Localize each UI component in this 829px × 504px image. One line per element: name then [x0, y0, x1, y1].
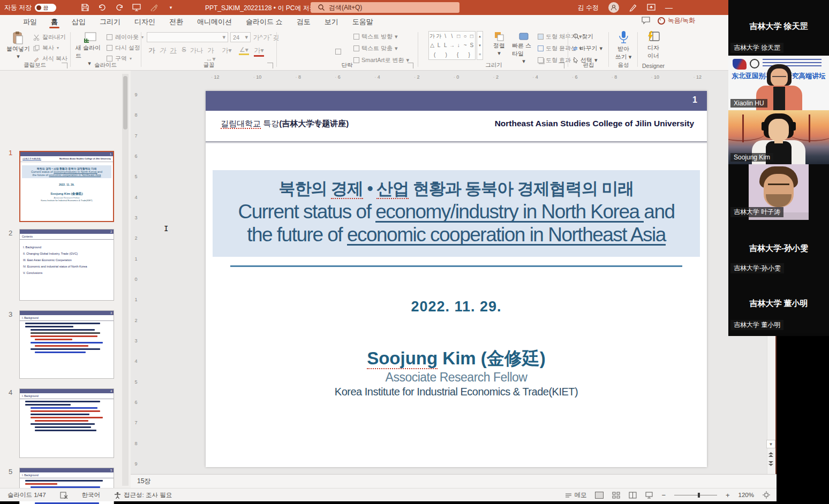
tab-review[interactable]: 검토	[290, 15, 318, 29]
document-title[interactable]: PPT_SJKIM_20221128 • 이 PC에 저장됨 ▾	[205, 4, 327, 13]
italic-button[interactable]: 가	[157, 46, 168, 55]
participant-tile[interactable]: 吉林大学 叶子涛	[728, 164, 829, 220]
paste-button[interactable]: 붙여넣기 ▾	[6, 31, 30, 60]
thumbnail-slide-3[interactable]: 3 I. Background	[19, 310, 114, 379]
notes-toggle-button[interactable]: 메모	[565, 491, 586, 499]
slide-header-right[interactable]: Northeast Asian Studies College of Jilin…	[495, 119, 694, 128]
text-shadow-button[interactable]: 가나	[190, 46, 204, 55]
normal-view-button[interactable]	[595, 492, 604, 499]
tab-home[interactable]: 홈	[44, 15, 65, 29]
thumbnail-scrollbar-thumb[interactable]	[123, 76, 127, 129]
participant-tile[interactable]: 吉林大学 徐天罡 吉林大学 徐天罡	[728, 0, 829, 56]
ribbon-display-options-icon[interactable]	[647, 4, 655, 11]
tab-design[interactable]: 디자인	[127, 15, 162, 29]
tab-view[interactable]: 보기	[318, 15, 345, 29]
zoom-out-button[interactable]: −	[661, 491, 666, 499]
reading-view-button[interactable]	[629, 492, 637, 499]
zoom-level[interactable]: 120%	[738, 492, 754, 498]
find-button[interactable]: 찾기	[573, 31, 593, 42]
minimize-button[interactable]: —	[665, 3, 673, 12]
font-color-button[interactable]: 가▾	[254, 46, 264, 57]
language-indicator[interactable]: 한국어	[82, 491, 101, 499]
copy-button[interactable]: 복사▾	[33, 44, 59, 52]
reset-button[interactable]: 다시 설정	[107, 44, 140, 52]
participant-tile[interactable]: 吉林大学-孙小雯 吉林大学-孙小雯	[728, 220, 829, 276]
record-button[interactable]: 녹음/녹화	[658, 16, 695, 25]
avatar[interactable]	[608, 2, 619, 13]
format-painter-icon[interactable]	[149, 3, 159, 12]
comments-icon[interactable]	[642, 17, 650, 25]
redo-icon[interactable]	[115, 3, 124, 12]
tab-slideshow[interactable]: 슬라이드 쇼	[239, 15, 290, 29]
underline-button[interactable]: 가	[168, 46, 178, 55]
font-dialog-launcher-icon[interactable]	[267, 63, 273, 68]
participant-tile[interactable]: Soojung Kim	[728, 110, 829, 164]
search-input[interactable]: 검색(Alt+Q)	[311, 2, 459, 13]
slide-counter[interactable]: 슬라이드 1/47	[7, 491, 46, 499]
spellcheck-icon[interactable]	[60, 492, 68, 499]
font-name-combobox[interactable]: ▾	[147, 32, 228, 42]
paste-dropdown-icon[interactable]: ▾	[17, 53, 20, 60]
slide-sorter-view-button[interactable]	[612, 492, 620, 499]
shapes-gallery[interactable]: 가가\\□○□△LL→↓~S(){}	[428, 31, 476, 60]
slide-divider-line	[230, 265, 682, 267]
save-icon[interactable]	[80, 3, 90, 12]
highlight-color-button[interactable]: ∠▾	[239, 46, 249, 55]
tab-insert[interactable]: 삽입	[65, 15, 93, 29]
fit-to-window-icon[interactable]	[763, 491, 770, 499]
arrange-button[interactable]: 정렬 ▾	[488, 31, 510, 57]
ruler-number: 5	[134, 174, 137, 179]
ink-pen-icon[interactable]	[629, 3, 637, 12]
slide-author[interactable]: Soojung Kim (金修廷)	[206, 347, 707, 371]
tab-help[interactable]: 도움말	[345, 15, 380, 29]
slide-title-block[interactable]: 북한의 경제 • 산업 현황과 동북아 경제협력의 미래 Current sta…	[213, 170, 700, 257]
dictate-button[interactable]: 받아 쓰기 ▾	[613, 30, 634, 61]
slide-author-role: Associate Research Fellow	[206, 370, 707, 385]
thumbnail-slide-2[interactable]: 2 Contents I. Background II. Changing Gl…	[19, 229, 114, 301]
autosave-toggle[interactable]: 끔	[35, 4, 56, 12]
bold-button[interactable]: 가	[147, 46, 157, 55]
columns-button[interactable]	[335, 47, 341, 57]
font-size-combobox[interactable]: 24▾	[230, 32, 251, 42]
thumbnail-slide-4[interactable]: 4 I. Background	[19, 388, 114, 458]
designer-button[interactable]: 디자 이너	[643, 30, 664, 60]
accessibility-status[interactable]: 접근성: 조사 필요	[114, 491, 172, 499]
slide-date[interactable]: 2022. 11. 29.	[206, 299, 707, 315]
text-direction-button[interactable]: 텍스트 방향▾	[353, 31, 398, 42]
drawing-dialog-launcher-icon[interactable]	[559, 63, 564, 68]
next-slide-button[interactable]	[766, 459, 775, 468]
quick-styles-button[interactable]: 빠른 스타일 ▾	[512, 31, 536, 65]
undo-icon[interactable]	[97, 3, 107, 12]
strikethrough-button[interactable]: S	[179, 46, 189, 54]
participant-tile[interactable]: 东北亚国别与区域研究高端讲坛 Xiaolin HU	[728, 56, 829, 110]
change-case-button[interactable]: 가▾	[222, 46, 232, 55]
layout-button[interactable]: 레이아웃▾	[107, 33, 144, 41]
autosave-control[interactable]: 자동 저장 끔	[4, 3, 56, 12]
align-text-button[interactable]: 텍스트 맞춤▾	[353, 43, 398, 54]
cut-button[interactable]: 잘라내기	[33, 33, 66, 41]
notes-pane[interactable]: 15장	[131, 474, 777, 488]
scroll-down-button[interactable]: ▼	[766, 440, 775, 448]
zoom-slider-thumb[interactable]	[698, 493, 700, 498]
tab-file[interactable]: 파일	[16, 15, 44, 29]
replace-button[interactable]: ⇄ 바꾸기▾	[573, 43, 602, 54]
clipboard-dialog-launcher-icon[interactable]	[62, 63, 67, 68]
thumbnail-scrollbar[interactable]	[122, 74, 129, 486]
slideshow-icon[interactable]	[132, 3, 141, 12]
character-spacing-button[interactable]: 가↔▾	[206, 46, 216, 63]
slide-canvas[interactable]: 1 길림대학교 특강(吉林大学专题讲座) Northeast Asian Stu…	[206, 91, 707, 467]
grow-font-button[interactable]: 가^	[253, 33, 263, 42]
zoom-slider[interactable]	[674, 495, 717, 495]
qat-customize-icon[interactable]: ▾	[166, 3, 176, 12]
thumbnail-slide-1[interactable]: 1 (吉林大学专题讲座) Northeast Asian Studies Col…	[19, 151, 114, 222]
shapes-gallery-scroll[interactable]: ▴▾≡	[477, 31, 483, 60]
participant-tile[interactable]: 吉林大学 董小明 吉林大学 董小明	[728, 276, 829, 333]
tab-transitions[interactable]: 전환	[162, 15, 190, 29]
paragraph-dialog-launcher-icon[interactable]	[408, 63, 413, 68]
tab-draw[interactable]: 그리기	[93, 15, 127, 29]
tab-animations[interactable]: 애니메이션	[190, 15, 239, 29]
slideshow-view-button[interactable]	[645, 492, 653, 499]
slide-header-left[interactable]: 길림대학교 특강(吉林大学专题讲座)	[221, 119, 349, 129]
zoom-in-button[interactable]: +	[726, 491, 730, 499]
previous-slide-button[interactable]	[766, 450, 775, 459]
